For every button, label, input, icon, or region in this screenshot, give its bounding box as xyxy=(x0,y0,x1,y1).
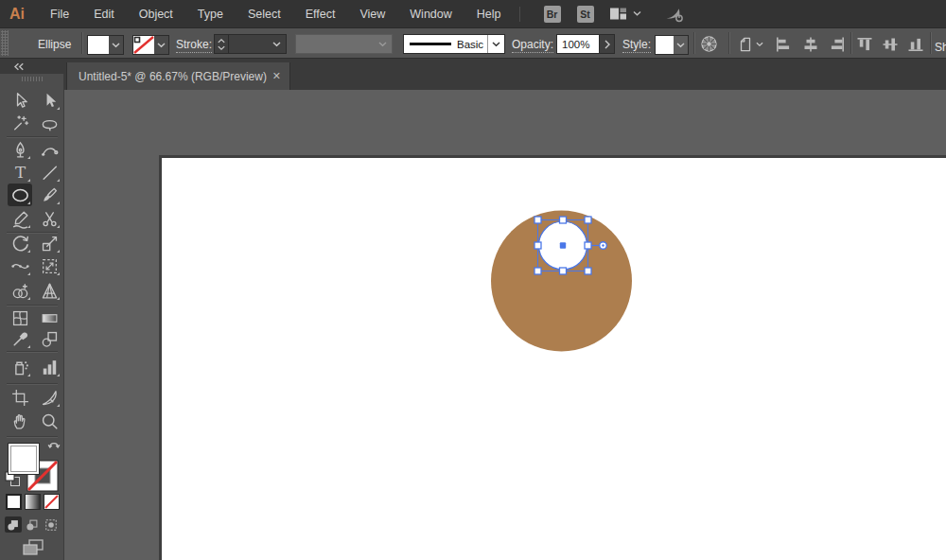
swap-fill-stroke-icon[interactable] xyxy=(47,438,61,449)
symbol-sprayer-tool[interactable] xyxy=(8,356,32,378)
ellipse-tool[interactable] xyxy=(8,184,32,206)
screen-mode-icon xyxy=(22,539,44,555)
bridge-button[interactable]: Br xyxy=(544,6,561,23)
toolbar-grip[interactable] xyxy=(22,77,43,81)
opacity-dropdown-button[interactable] xyxy=(599,34,615,54)
chevron-down-icon xyxy=(633,10,641,17)
perspective-grid-tool[interactable] xyxy=(37,279,61,302)
control-bar-grip[interactable] xyxy=(1,30,9,56)
gradient-mode-button[interactable] xyxy=(25,494,41,510)
document-setup-button[interactable] xyxy=(734,34,764,54)
selection-handle[interactable] xyxy=(534,268,541,274)
paintbrush-tool[interactable] xyxy=(37,184,61,206)
rotate-tool[interactable] xyxy=(8,232,32,254)
hand-tool[interactable] xyxy=(8,410,32,432)
align-horizontal-left-button[interactable] xyxy=(773,34,794,54)
graphic-style-combo[interactable] xyxy=(655,35,689,55)
stroke-label[interactable]: Stroke: xyxy=(176,38,212,53)
canvas-area xyxy=(64,90,946,560)
selection-tool[interactable] xyxy=(8,89,32,112)
shaper-tool[interactable] xyxy=(8,207,32,230)
stock-button[interactable]: St xyxy=(577,6,594,23)
menu-file[interactable]: File xyxy=(38,8,81,21)
align-vertical-bottom-button[interactable] xyxy=(905,34,926,54)
artboard-tool[interactable] xyxy=(8,386,32,409)
selection-handle[interactable] xyxy=(534,217,541,223)
shape-builder-tool[interactable] xyxy=(8,279,32,302)
align-vertical-center-button[interactable] xyxy=(880,34,901,54)
color-mode-button[interactable] xyxy=(6,494,22,510)
selection-handle[interactable] xyxy=(560,217,567,223)
column-graph-tool[interactable] xyxy=(37,356,61,378)
screen-mode-button[interactable] xyxy=(21,537,45,556)
pen-tool[interactable] xyxy=(8,138,32,161)
free-transform-tool[interactable] xyxy=(37,254,61,277)
type-tool[interactable] xyxy=(8,161,32,184)
menu-window[interactable]: Window xyxy=(397,8,464,21)
fill-color-combo[interactable] xyxy=(87,35,124,55)
direct-selection-tool[interactable] xyxy=(37,89,61,112)
blend-tool[interactable] xyxy=(37,327,61,350)
selection-handle[interactable] xyxy=(585,242,591,249)
recolor-artwork-button[interactable] xyxy=(698,34,719,54)
mesh-tool[interactable] xyxy=(8,306,32,329)
width-tool[interactable] xyxy=(8,254,32,277)
line-segment-tool[interactable] xyxy=(37,161,61,184)
stroke-weight-stepper[interactable] xyxy=(214,34,229,54)
menu-separator xyxy=(519,7,520,22)
brush-definition-combo[interactable] xyxy=(295,34,393,54)
align-horizontal-center-button[interactable] xyxy=(800,34,821,54)
gradient-tool[interactable] xyxy=(37,306,61,329)
document-tab[interactable]: Untitled-5* @ 66.67% (RGB/Preview) ✕ xyxy=(66,62,290,90)
graphic-style-dropdown[interactable] xyxy=(674,36,688,54)
collapse-panel-icon[interactable] xyxy=(13,62,25,71)
gpu-performance-button[interactable] xyxy=(664,6,684,23)
eyedropper-tool[interactable] xyxy=(8,327,32,350)
selection-handle[interactable] xyxy=(585,268,591,274)
align-vertical-top-button[interactable] xyxy=(854,34,875,54)
tab-close-button[interactable]: ✕ xyxy=(272,70,281,82)
toolbar-divider xyxy=(7,436,58,437)
none-mode-button[interactable] xyxy=(44,494,60,510)
stroke-color-combo[interactable] xyxy=(132,35,169,55)
draw-behind-button[interactable] xyxy=(24,516,41,533)
menu-view[interactable]: View xyxy=(347,8,397,21)
stroke-color-dropdown[interactable] xyxy=(154,36,168,54)
zoom-tool[interactable] xyxy=(37,410,61,432)
slice-tool[interactable] xyxy=(37,386,61,409)
workspace-icon xyxy=(609,7,627,21)
stroke-style-combo[interactable]: Basic xyxy=(403,34,505,54)
workspace-switcher[interactable] xyxy=(609,7,641,21)
fill-color-dropdown[interactable] xyxy=(109,36,123,54)
selection-handle[interactable] xyxy=(585,217,591,223)
style-label[interactable]: Style: xyxy=(622,38,651,53)
stroke-style-dropdown[interactable] xyxy=(487,35,504,53)
scale-tool[interactable] xyxy=(37,232,61,254)
fill-proxy-swatch[interactable] xyxy=(8,443,40,475)
menu-select[interactable]: Select xyxy=(236,8,293,21)
document-tab-title: Untitled-5* @ 66.67% (RGB/Preview) xyxy=(67,70,267,83)
draw-normal-button[interactable] xyxy=(5,516,22,533)
stroke-weight-combo[interactable] xyxy=(228,34,287,54)
fill-color-swatch[interactable] xyxy=(88,36,109,54)
menu-object[interactable]: Object xyxy=(127,8,185,21)
selection-center-point[interactable] xyxy=(560,242,566,248)
opacity-field[interactable]: 100% xyxy=(556,34,600,54)
menu-help[interactable]: Help xyxy=(464,8,514,21)
magic-wand-tool[interactable] xyxy=(8,112,32,134)
selection-handle[interactable] xyxy=(534,242,541,249)
separator xyxy=(728,32,729,54)
menu-edit[interactable]: Edit xyxy=(81,8,127,21)
menu-effect[interactable]: Effect xyxy=(293,8,348,21)
graphic-style-swatch[interactable] xyxy=(656,36,674,54)
selection-handle[interactable] xyxy=(560,268,567,274)
scissors-tool[interactable] xyxy=(37,207,61,230)
lasso-tool[interactable] xyxy=(37,112,61,134)
align-horizontal-right-button[interactable] xyxy=(827,34,848,54)
menu-type[interactable]: Type xyxy=(185,8,236,21)
draw-inside-button[interactable] xyxy=(43,516,60,533)
opacity-label[interactable]: Opacity: xyxy=(512,38,553,53)
stroke-style-value: Basic xyxy=(457,39,483,50)
curvature-tool[interactable] xyxy=(37,138,61,161)
stroke-color-swatch-none[interactable] xyxy=(133,36,154,54)
